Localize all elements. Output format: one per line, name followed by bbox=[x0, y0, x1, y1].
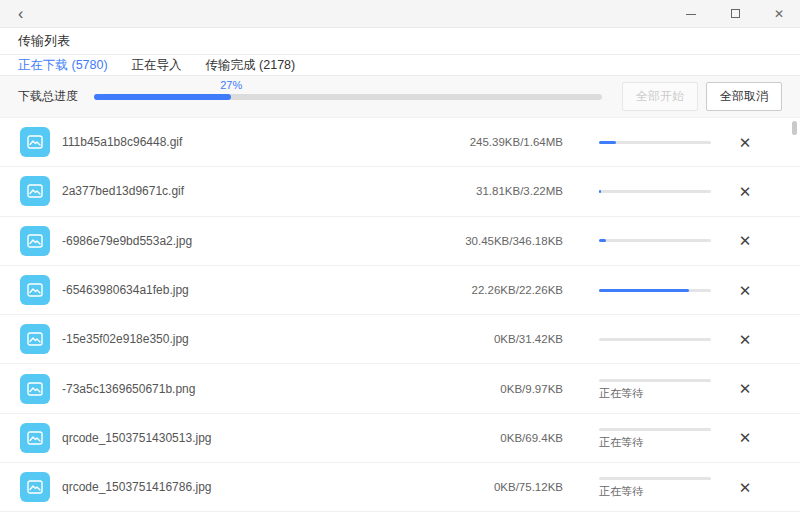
file-name: 2a377bed13d9671c.gif bbox=[62, 184, 413, 198]
image-file-icon bbox=[20, 423, 50, 453]
file-progress-track bbox=[599, 338, 711, 341]
close-icon[interactable]: ✕ bbox=[772, 8, 786, 20]
total-progress-label: 下载总进度 bbox=[18, 88, 78, 105]
file-status: 正在等待 bbox=[599, 484, 711, 497]
cancel-all-button[interactable]: 全部取消 bbox=[706, 82, 782, 111]
cancel-file-icon[interactable]: ✕ bbox=[737, 480, 753, 495]
file-row: 2a377bed13d9671c.gif 31.81KB/3.22MB ✕ bbox=[0, 167, 800, 216]
file-row: -6986e79e9bd553a2.jpg 30.45KB/346.18KB ✕ bbox=[0, 217, 800, 266]
file-list: 111b45a1b8c96448.gif 245.39KB/1.64MB ✕ 2… bbox=[0, 118, 800, 512]
file-row: qrcode_1503751416786.jpg 0KB/75.12KB 正在等… bbox=[0, 463, 800, 512]
file-row: qrcode_1503751430513.jpg 0KB/69.4KB 正在等待… bbox=[0, 414, 800, 463]
file-row: -15e35f02e918e350.jpg 0KB/31.42KB ✕ bbox=[0, 315, 800, 364]
file-progress-bar bbox=[599, 338, 711, 341]
file-size: 31.81KB/3.22MB bbox=[413, 185, 563, 197]
tab[interactable]: 正在下载 (5780) bbox=[18, 57, 108, 74]
file-size: 0KB/31.42KB bbox=[413, 333, 563, 345]
scrollbar-thumb[interactable] bbox=[792, 121, 797, 135]
image-file-icon bbox=[20, 275, 50, 305]
file-size: 22.26KB/22.26KB bbox=[413, 284, 563, 296]
file-progress-fill bbox=[599, 289, 689, 292]
cancel-file-icon[interactable]: ✕ bbox=[737, 233, 753, 248]
total-progress-bar: 27% bbox=[94, 94, 602, 100]
tab[interactable]: 正在导入 bbox=[132, 57, 182, 74]
cancel-file-icon[interactable]: ✕ bbox=[737, 184, 753, 199]
window-controls: ✕ bbox=[684, 8, 786, 20]
file-progress-bar: 正在等待 bbox=[599, 379, 711, 399]
cancel-file-icon[interactable]: ✕ bbox=[737, 381, 753, 396]
file-progress-bar bbox=[599, 190, 711, 193]
file-progress-track bbox=[599, 141, 711, 144]
file-name: qrcode_1503751430513.jpg bbox=[62, 431, 413, 445]
file-size: 0KB/69.4KB bbox=[413, 432, 563, 444]
file-name: -73a5c1369650671b.png bbox=[62, 382, 413, 396]
file-status: 正在等待 bbox=[599, 435, 711, 448]
summary-buttons: 全部开始 全部取消 bbox=[622, 82, 782, 111]
file-name: qrcode_1503751416786.jpg bbox=[62, 480, 413, 494]
total-progress-fill bbox=[94, 94, 231, 100]
file-progress-track bbox=[599, 379, 711, 382]
file-name: -6986e79e9bd553a2.jpg bbox=[62, 234, 413, 248]
file-progress-bar: 正在等待 bbox=[599, 428, 711, 448]
page-title-row: 传输列表 bbox=[0, 28, 800, 55]
cancel-file-icon[interactable]: ✕ bbox=[737, 332, 753, 347]
file-progress-fill bbox=[599, 190, 601, 193]
total-progress-percent: 27% bbox=[220, 79, 242, 91]
file-progress-track bbox=[599, 428, 711, 431]
minimize-icon[interactable] bbox=[684, 8, 698, 20]
file-row: -65463980634a1feb.jpg 22.26KB/22.26KB ✕ bbox=[0, 266, 800, 315]
tab-bar: 正在下载 (5780)正在导入传输完成 (2178) bbox=[0, 55, 800, 76]
file-size: 0KB/9.97KB bbox=[413, 383, 563, 395]
file-progress-bar bbox=[599, 141, 711, 144]
cancel-file-icon[interactable]: ✕ bbox=[737, 283, 753, 298]
file-name: -65463980634a1feb.jpg bbox=[62, 283, 413, 297]
file-name: 111b45a1b8c96448.gif bbox=[62, 135, 413, 149]
file-progress-bar bbox=[599, 289, 711, 292]
image-file-icon bbox=[20, 127, 50, 157]
image-file-icon bbox=[20, 176, 50, 206]
file-progress-track bbox=[599, 477, 711, 480]
tab[interactable]: 传输完成 (2178) bbox=[206, 57, 296, 74]
file-row: 111b45a1b8c96448.gif 245.39KB/1.64MB ✕ bbox=[0, 118, 800, 167]
file-progress-track bbox=[599, 289, 711, 292]
cancel-file-icon[interactable]: ✕ bbox=[737, 430, 753, 445]
file-row: -73a5c1369650671b.png 0KB/9.97KB 正在等待 ✕ bbox=[0, 364, 800, 413]
file-size: 30.45KB/346.18KB bbox=[413, 235, 563, 247]
file-progress-track bbox=[599, 190, 711, 193]
file-progress-bar bbox=[599, 239, 711, 242]
back-icon[interactable]: ‹ bbox=[14, 6, 27, 22]
file-progress-bar: 正在等待 bbox=[599, 477, 711, 497]
image-file-icon bbox=[20, 226, 50, 256]
image-file-icon bbox=[20, 472, 50, 502]
file-progress-fill bbox=[599, 239, 606, 242]
image-file-icon bbox=[20, 324, 50, 354]
start-all-button[interactable]: 全部开始 bbox=[622, 82, 698, 111]
file-size: 0KB/75.12KB bbox=[413, 481, 563, 493]
image-file-icon bbox=[20, 374, 50, 404]
cancel-file-icon[interactable]: ✕ bbox=[737, 135, 753, 150]
page-title: 传输列表 bbox=[18, 32, 70, 50]
maximize-icon[interactable] bbox=[728, 8, 742, 20]
file-size: 245.39KB/1.64MB bbox=[413, 136, 563, 148]
file-progress-fill bbox=[599, 141, 616, 144]
file-name: -15e35f02e918e350.jpg bbox=[62, 332, 413, 346]
file-progress-track bbox=[599, 239, 711, 242]
titlebar: ‹ ✕ bbox=[0, 0, 800, 28]
file-status: 正在等待 bbox=[599, 386, 711, 399]
total-progress-section: 下载总进度 27% 全部开始 全部取消 bbox=[0, 76, 800, 118]
